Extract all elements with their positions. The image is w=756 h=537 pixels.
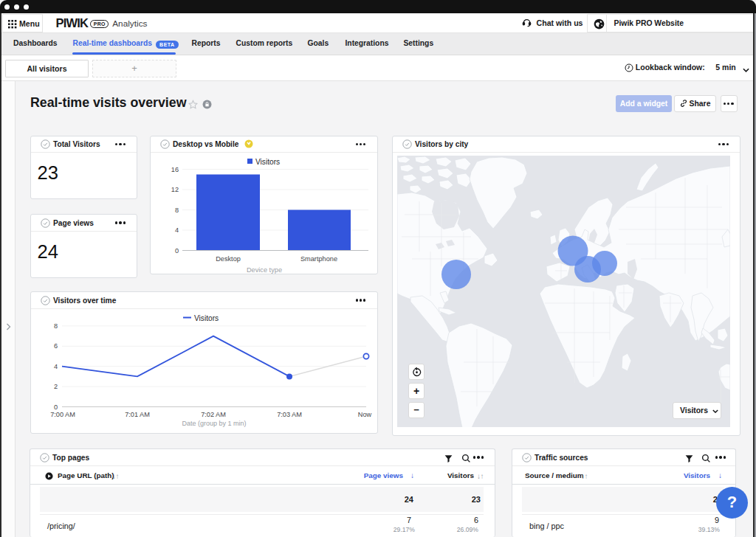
svg-text:12: 12: [171, 186, 179, 193]
svg-text:6: 6: [54, 342, 58, 350]
svg-text:Visitors: Visitors: [194, 314, 219, 322]
svg-text:Smartphone: Smartphone: [300, 254, 337, 262]
svg-text:Date (group by 1 min): Date (group by 1 min): [182, 420, 246, 427]
svg-text:7:00 AM: 7:00 AM: [50, 411, 75, 418]
svg-text:7:02 AM: 7:02 AM: [201, 411, 226, 418]
svg-text:4: 4: [175, 226, 179, 234]
svg-text:0: 0: [175, 246, 179, 254]
svg-text:0: 0: [54, 403, 58, 411]
svg-text:Visitors: Visitors: [255, 157, 280, 165]
svg-text:8: 8: [175, 206, 179, 213]
svg-text:2: 2: [54, 383, 58, 390]
svg-text:Now: Now: [358, 411, 372, 418]
svg-text:8: 8: [54, 322, 58, 330]
svg-text:4: 4: [54, 363, 58, 370]
svg-text:7:03 AM: 7:03 AM: [277, 411, 302, 418]
svg-text:Desktop: Desktop: [216, 254, 241, 262]
svg-text:16: 16: [171, 165, 179, 173]
svg-text:7:01 AM: 7:01 AM: [125, 411, 150, 418]
